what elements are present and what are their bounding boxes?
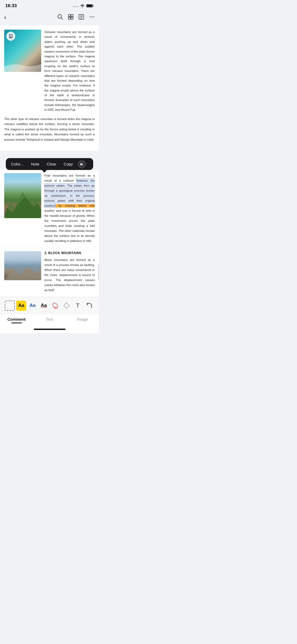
eraser-icon	[63, 302, 70, 309]
marker-tool[interactable]	[50, 300, 61, 311]
volcanic-image	[4, 30, 41, 72]
nav-bar: ‹	[0, 11, 99, 25]
select-tool[interactable]	[4, 300, 16, 311]
signal-icon	[73, 4, 78, 8]
tab-image[interactable]: Image	[66, 317, 99, 325]
svg-point-17	[89, 16, 91, 17]
popup-more-arrow[interactable]: ▶	[78, 160, 86, 168]
tab-comment[interactable]: Comment	[0, 317, 33, 325]
svg-line-8	[61, 18, 63, 19]
block-heading: 3. BLOCK MOUNTAINS	[44, 251, 95, 255]
popup-menu: Color... Note Clear Copy ▶	[6, 158, 93, 170]
svg-point-18	[91, 16, 92, 17]
svg-rect-9	[68, 15, 70, 17]
t-icon: T	[76, 302, 79, 309]
underline-aa-icon: Aa	[41, 303, 47, 308]
block-text: Block mountains are formed as a result o…	[44, 257, 95, 293]
list-icon[interactable]	[78, 14, 84, 21]
svg-rect-5	[87, 5, 92, 7]
tab-text[interactable]: Text	[33, 317, 66, 325]
back-button[interactable]: ‹	[4, 13, 8, 22]
content-area: Volcanic mountains are formed as a resul…	[0, 25, 99, 151]
wifi-icon	[80, 4, 85, 8]
svg-point-2	[76, 6, 77, 7]
fold-text: Fold mountains are formed as a result of…	[44, 173, 95, 243]
svg-rect-22	[10, 36, 12, 38]
popup-container: Color... Note Clear Copy ▶	[0, 153, 99, 170]
more-icon[interactable]	[89, 14, 95, 21]
text-strike-tool[interactable]: Aa	[27, 300, 38, 311]
status-time: 16:33	[5, 3, 17, 8]
separator	[0, 151, 99, 153]
svg-rect-10	[71, 15, 73, 17]
svg-marker-29	[64, 303, 69, 309]
svg-rect-11	[68, 17, 70, 19]
bottom-toolbar: Aa Aa Aa T	[0, 297, 99, 314]
clear-button[interactable]: Clear	[43, 159, 60, 169]
toolbar-icons: Aa Aa Aa T	[4, 300, 95, 311]
fold-content: Fold mountains are formed as a result of…	[4, 173, 95, 243]
section1-text: Volcanic mountains are formed as a resul…	[44, 30, 95, 112]
home-indicator	[0, 326, 99, 333]
text-underline-tool[interactable]: Aa	[38, 300, 50, 311]
marker-icon	[52, 302, 59, 309]
battery-icon	[86, 4, 94, 8]
undo-tool[interactable]	[83, 300, 95, 311]
search-icon[interactable]	[57, 14, 63, 21]
highlight-blue-text: between the tectonic plates. The plates …	[44, 178, 95, 208]
text-highlight-tool[interactable]: Aa	[16, 300, 27, 311]
scroll-indicator[interactable]	[98, 264, 99, 280]
svg-rect-6	[93, 5, 94, 6]
fold-section: Fold mountains are formed as a result of…	[0, 170, 99, 248]
color-button[interactable]: Color...	[7, 159, 27, 169]
fold-mountain-image	[4, 173, 41, 218]
svg-point-0	[73, 6, 74, 7]
section-1: Volcanic mountains are formed as a resul…	[4, 30, 95, 112]
tab-active-indicator	[11, 323, 22, 323]
status-icons	[73, 4, 94, 8]
undo-icon	[86, 302, 92, 309]
svg-rect-12	[71, 17, 73, 19]
save-badge[interactable]	[6, 32, 15, 41]
bottom-tabs: Comment Text Image	[0, 314, 99, 326]
arrow-icon: ▶	[81, 162, 83, 166]
note-button[interactable]: Note	[27, 159, 43, 169]
svg-point-19	[93, 16, 94, 17]
grid-icon[interactable]	[68, 14, 74, 21]
svg-point-1	[74, 6, 75, 7]
svg-point-3	[77, 6, 78, 7]
strike-aa-icon: Aa	[30, 303, 36, 308]
text-insert-tool[interactable]: T	[72, 300, 83, 311]
eraser-tool[interactable]	[61, 300, 72, 311]
block-mountain-image	[4, 251, 41, 280]
block-content: 3. BLOCK MOUNTAINS Block mountains are f…	[4, 251, 95, 293]
nav-left: ‹	[4, 13, 8, 22]
select-tool-box	[5, 301, 15, 311]
section2-text: The other type of volcanic mountain is f…	[4, 116, 95, 142]
status-bar: 16:33	[0, 0, 99, 11]
copy-button[interactable]: Copy	[60, 159, 77, 169]
home-bar	[34, 329, 65, 330]
block-section: 3. BLOCK MOUNTAINS Block mountains are f…	[0, 248, 99, 297]
highlight-aa-icon: Aa	[16, 301, 26, 311]
nav-right	[57, 14, 95, 21]
highlight-orange-text: by moving below one	[55, 204, 95, 208]
svg-point-27	[52, 302, 59, 309]
